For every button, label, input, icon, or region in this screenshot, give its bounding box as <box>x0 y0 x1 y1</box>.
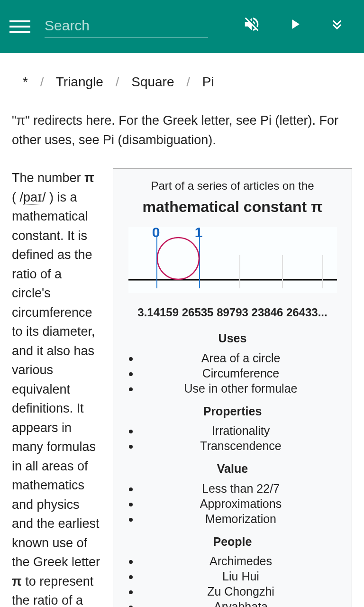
infobox-list: IrrationalityTranscendence <box>113 423 352 453</box>
lead-text: The number <box>12 171 84 185</box>
infobox-list-item[interactable]: Transcendence <box>139 438 352 453</box>
infobox-list-item[interactable]: Approximations <box>139 496 352 511</box>
breadcrumb: * / Triangle / Square / Pi <box>0 53 364 101</box>
infobox-list-item[interactable]: Liu Hui <box>139 569 352 584</box>
infobox-section-heading: Value <box>113 460 352 478</box>
lead-paragraph: The number π ( /paɪ/ ) is a mathematical… <box>12 168 101 607</box>
pi-digits: 3.14159 26535 89793 23846 26433... <box>113 304 352 321</box>
redirect-note: "π" redirects here. For the Greek letter… <box>12 111 352 149</box>
infobox-list-item[interactable]: Archimedes <box>139 553 352 569</box>
lead-text: / ) is a mathematical constant. It is de… <box>12 190 100 570</box>
infobox-section-heading: Properties <box>113 403 352 421</box>
infobox-list-item[interactable]: Memorization <box>139 511 352 526</box>
infobox-list-item[interactable]: Less than 22/7 <box>139 481 352 496</box>
mute-icon[interactable] <box>243 15 261 38</box>
infobox-list-item[interactable]: Use in other formulae <box>139 381 352 396</box>
infobox-list: Area of a circleCircumferenceUse in othe… <box>113 350 352 396</box>
breadcrumb-root[interactable]: * <box>23 74 28 89</box>
infobox-section-heading: People <box>113 533 352 551</box>
infobox-sections: UsesArea of a circleCircumferenceUse in … <box>113 330 352 607</box>
app-header <box>0 0 364 53</box>
infobox-list: ArchimedesLiu HuiZu ChongzhiAryabhataMad… <box>113 553 352 607</box>
pi-symbol: π <box>12 574 22 589</box>
breadcrumb-sep: / <box>107 74 128 89</box>
play-icon[interactable] <box>287 16 303 37</box>
search-input[interactable] <box>45 16 208 38</box>
pronunciation: paɪ <box>23 190 42 205</box>
infobox: Part of a series of articles on the math… <box>113 168 352 607</box>
svg-text:0: 0 <box>152 227 160 240</box>
svg-text:1: 1 <box>194 227 202 240</box>
header-actions <box>243 15 355 38</box>
article-content: "π" redirects here. For the Greek letter… <box>0 101 364 607</box>
infobox-list: Less than 22/7ApproximationsMemorization <box>113 481 352 526</box>
infobox-section-heading: Uses <box>113 330 352 348</box>
lead-text: ( / <box>12 190 23 204</box>
infobox-list-item[interactable]: Irrationality <box>139 423 352 438</box>
infobox-title: mathematical constant π <box>113 195 352 218</box>
infobox-list-item[interactable]: Aryabhata <box>139 599 352 607</box>
pi-symbol: π <box>84 171 94 185</box>
lead-text: to represent the ratio of a circle's cir… <box>12 574 93 607</box>
infobox-subtitle: Part of a series of articles on the <box>113 177 352 194</box>
pi-diagram: 0 1 <box>128 227 337 298</box>
menu-icon[interactable] <box>9 16 30 37</box>
search-wrap <box>45 16 208 38</box>
breadcrumb-sep: / <box>178 74 199 89</box>
breadcrumb-item-pi[interactable]: Pi <box>202 74 214 89</box>
chevron-double-down-icon[interactable] <box>329 16 345 37</box>
infobox-list-item[interactable]: Area of a circle <box>139 350 352 366</box>
infobox-list-item[interactable]: Circumference <box>139 366 352 381</box>
breadcrumb-sep: / <box>32 74 53 89</box>
infobox-list-item[interactable]: Zu Chongzhi <box>139 584 352 599</box>
breadcrumb-item-triangle[interactable]: Triangle <box>56 74 103 89</box>
breadcrumb-item-square[interactable]: Square <box>131 74 174 89</box>
